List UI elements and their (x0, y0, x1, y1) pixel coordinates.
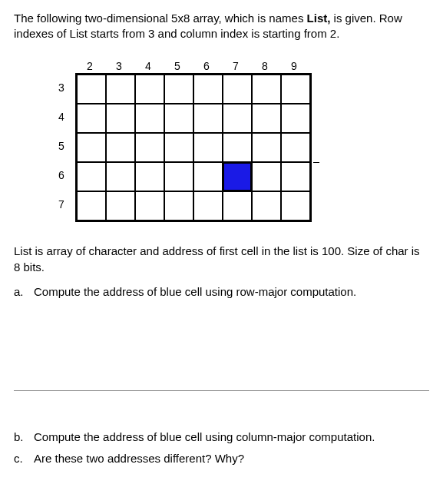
row-header: 5 (54, 131, 75, 161)
question-b: b. Compute the address of blue cell usin… (14, 429, 429, 445)
grid-cell (252, 104, 281, 133)
col-header: 8 (250, 59, 279, 74)
body-text: List is array of character and address o… (14, 244, 429, 275)
grid-cell (77, 162, 106, 191)
grid-cell (193, 104, 223, 133)
row-headers: 3 4 5 6 7 (54, 73, 75, 222)
grid-cell (193, 191, 223, 220)
grid-cell (223, 104, 252, 133)
row-header: 7 (54, 190, 75, 219)
question-text: Compute the address of blue cell using c… (34, 429, 375, 445)
grid-cell (164, 75, 193, 104)
grid-cell (135, 133, 164, 162)
question-text: Compute the address of blue cell using r… (34, 284, 356, 300)
grid-cell (164, 191, 193, 220)
intro-bold: List, (307, 12, 331, 25)
tick-mark (313, 162, 319, 163)
grid-cell (223, 75, 252, 104)
grid-cell (252, 162, 281, 191)
array-grid: 2 3 4 5 6 7 8 9 3 4 5 6 7 (54, 59, 312, 223)
grid-cell (281, 104, 310, 133)
question-a: a. Compute the address of blue cell usin… (14, 284, 429, 300)
grid-cell (106, 191, 135, 220)
grid-cell (223, 191, 252, 220)
grid-cell (135, 162, 164, 191)
problem-intro: The following two-dimensional 5x8 array,… (14, 11, 429, 42)
col-header: 3 (104, 59, 134, 74)
question-text: Are these two addresses different? Why? (34, 451, 244, 466)
grid-cell (77, 133, 106, 162)
grid-cell (135, 75, 164, 104)
blue-cell (223, 162, 252, 191)
answer-space-a (14, 306, 429, 390)
grid-cell (135, 104, 164, 133)
grid-cell (281, 191, 310, 220)
question-marker: c. (14, 451, 34, 466)
grid-cell (135, 191, 164, 220)
column-headers: 2 3 4 5 6 7 8 9 (75, 59, 312, 74)
question-list-2: b. Compute the address of blue cell usin… (14, 429, 429, 467)
col-header: 2 (75, 59, 104, 74)
grid-cell (164, 104, 193, 133)
grid-cell (281, 162, 310, 191)
separator (14, 390, 429, 391)
question-marker: b. (14, 429, 34, 445)
question-list: a. Compute the address of blue cell usin… (14, 284, 429, 300)
row-header: 6 (54, 161, 75, 190)
grid-cell (223, 133, 252, 162)
grid-cell (106, 104, 135, 133)
col-header: 9 (279, 59, 309, 74)
grid-cell (252, 133, 281, 162)
grid-cell (77, 191, 106, 220)
grid-cell (193, 75, 223, 104)
grid-cell (281, 133, 310, 162)
col-header: 5 (163, 59, 192, 74)
col-header: 7 (221, 59, 250, 74)
question-c: c. Are these two addresses different? Wh… (14, 451, 429, 466)
grid-cell (252, 191, 281, 220)
grid-cell (193, 133, 223, 162)
grid-cell (193, 162, 223, 191)
row-header: 3 (54, 73, 75, 102)
grid-cell (106, 133, 135, 162)
intro-pre: The following two-dimensional 5x8 array,… (14, 12, 307, 25)
row-header: 4 (54, 102, 75, 131)
question-marker: a. (14, 284, 34, 300)
grid-cell (252, 75, 281, 104)
grid-cell (164, 162, 193, 191)
grid-cell (281, 75, 310, 104)
grid-cells (75, 73, 312, 222)
grid-cell (106, 75, 135, 104)
col-header: 4 (134, 59, 163, 74)
grid-cell (77, 75, 106, 104)
grid-cell (106, 162, 135, 191)
grid-cell (164, 133, 193, 162)
col-header: 6 (192, 59, 221, 74)
grid-cell (77, 104, 106, 133)
